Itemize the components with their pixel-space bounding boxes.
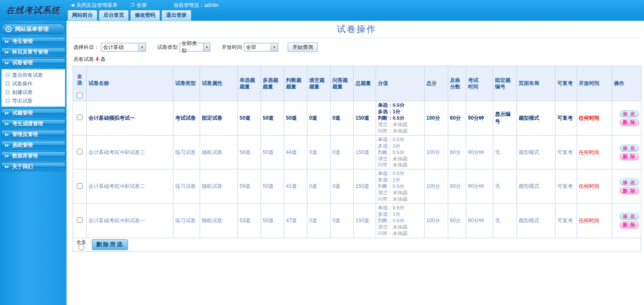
cell-pass-score: 60分 <box>448 101 466 136</box>
cell-blank-count: 0道 <box>307 169 331 204</box>
query-button[interactable]: 开始查询 <box>288 42 318 52</box>
th-open-time: 开放时间 <box>577 66 612 101</box>
cell-select <box>73 204 87 238</box>
row-checkbox[interactable] <box>77 217 82 223</box>
cell-page-layout: 题型模式 <box>517 101 556 136</box>
table-row: 会计基础考前冲刺试卷二 练习试卷 随机试卷 59道 50道 41道 0道 0道 … <box>73 169 641 204</box>
submenu-item-paper-operation[interactable]: 试卷操作 <box>2 79 65 88</box>
cell-page-layout: 题型模式 <box>517 135 556 169</box>
cell-multi-count: 50道 <box>261 169 284 204</box>
edit-button[interactable]: 修 改 <box>620 178 639 186</box>
delete-selected-button[interactable]: 删除所选 <box>92 239 128 250</box>
current-admin-label: 当前管理员：admin <box>173 2 219 9</box>
edit-button[interactable]: 修 改 <box>620 213 639 220</box>
cell-paper-type: 考试试卷 <box>173 101 200 136</box>
cell-single-count: 59道 <box>238 169 261 204</box>
menu-arrow-icon: ▮▶ <box>5 40 9 43</box>
cell-open-time: 任何时间 <box>577 204 612 238</box>
submenu-item-create-paper[interactable]: 创建试卷 <box>2 88 65 97</box>
top-menu-row: ◀ 关闭左边管理菜单 ❐ 全屏 当前管理员：admin <box>67 0 644 10</box>
tab-site-front[interactable]: 网站前台 <box>67 10 97 21</box>
subject-select[interactable]: 会计基础 ▼ <box>101 43 146 51</box>
row-checkbox[interactable] <box>77 183 82 189</box>
score-main: 单选：0.5分 多选：1分 判断：0.5分 <box>378 170 422 190</box>
count-value: 4 <box>96 56 99 62</box>
paper-type-select[interactable]: 全部类型 ▼ <box>179 43 210 51</box>
cell-judge-count: 50道 <box>284 101 307 136</box>
cell-total-score: 100分 <box>425 204 448 238</box>
th-fixed-number: 固定题 编号 <box>493 66 517 101</box>
th-judge-count: 判断题 题量 <box>284 66 307 101</box>
edit-button[interactable]: 修 改 <box>620 145 639 152</box>
cell-exam-time: 90分钟 <box>466 204 493 238</box>
document-icon <box>6 99 9 103</box>
sidebar-item-examinee-management[interactable]: ▮▶ 考生管理 <box>1 37 65 46</box>
sidebar-item-label: 试卷管理 <box>12 59 33 66</box>
th-operation: 操作 <box>612 66 641 101</box>
footer-select-all-checkbox[interactable] <box>79 245 84 250</box>
sidebar-item-database-management[interactable]: ▮▶ 数据库管理 <box>1 151 65 160</box>
submenu-item-export-paper[interactable]: 导出试卷 <box>2 97 65 105</box>
cell-total-score: 100分 <box>425 135 448 169</box>
tab-bar: 网站前台 后台首页 修改密码 退出登录 <box>67 10 644 21</box>
fullscreen-button[interactable]: ❐ 全屏 <box>131 2 147 9</box>
delete-button[interactable]: 删 除 <box>620 221 639 229</box>
submenu-item-show-all-papers[interactable]: 显示所有试卷 <box>2 71 65 79</box>
sidebar-item-subject-chapter-management[interactable]: ▮▶ 科目及章节管理 <box>1 48 65 57</box>
cell-exam-time: 90分钟 <box>466 135 493 169</box>
sidebar-item-label: 科目及章节管理 <box>12 48 48 56</box>
menu-arrow-icon: ▮▶ <box>5 144 9 147</box>
tab-admin-home[interactable]: 后台首页 <box>99 10 129 21</box>
sidebar: 网站菜单管理 ▮▶ 考生管理 ▮▶ 科目及章节管理 ▮▶ 试卷管理 显示所有试卷 <box>0 21 67 305</box>
sidebar-item-admin-management[interactable]: ▮▶ 管理员管理 <box>1 130 65 139</box>
row-checkbox[interactable] <box>77 149 82 154</box>
tab-change-password[interactable]: 修改密码 <box>130 10 160 21</box>
score-main: 单选：0.5分 多选：1分 判断：0.5分 <box>378 102 422 121</box>
sidebar-item-paper-management[interactable]: ▮▶ 试卷管理 <box>1 58 65 67</box>
score-muted: 填空：未抽题 问答：未抽题 <box>378 224 422 237</box>
cell-retake: 可复考 <box>556 204 577 238</box>
menu-arrow-icon: ▮▶ <box>5 154 9 157</box>
cell-retake: 可复考 <box>556 135 577 169</box>
sidebar-item-system-management[interactable]: ▮▶ 系统管理 <box>1 141 65 150</box>
cell-total-count: 150道 <box>354 135 376 169</box>
tab-logout[interactable]: 退出登录 <box>161 10 191 21</box>
cell-select <box>73 135 87 169</box>
th-multi-count: 多选题 题量 <box>261 66 284 101</box>
cell-judge-count: 47道 <box>284 204 307 238</box>
chevron-down-icon: ▼ <box>203 43 210 51</box>
submenu-item-label: 显示所有试卷 <box>12 72 43 79</box>
cell-exam-time: 90分钟 <box>466 101 493 136</box>
select-all-checkbox[interactable] <box>77 93 82 98</box>
delete-button[interactable]: 删 除 <box>620 187 639 194</box>
sidebar-item-question-management[interactable]: ▮▶ 试题管理 <box>1 109 65 118</box>
cell-paper-name: 会计基础考前冲刺试卷一 <box>87 204 173 238</box>
cell-open-time: 任何时间 <box>577 135 612 169</box>
th-exam-time: 考试 时间 <box>466 66 493 101</box>
open-time-select[interactable]: 全部 ▼ <box>244 43 278 51</box>
cell-qa-count: 0道 <box>331 135 354 169</box>
close-left-menu-button[interactable]: ◀ 关闭左边管理菜单 <box>71 2 118 9</box>
subject-label: 选择科目： <box>73 44 99 51</box>
subject-select-value: 会计基础 <box>103 44 124 51</box>
delete-button[interactable]: 删 除 <box>620 119 639 126</box>
sidebar-item-score-management[interactable]: ▮▶ 考生成绩管理 <box>1 119 65 128</box>
cell-operations: 修 改 删 除 <box>612 135 641 169</box>
paper-type-label: 试卷类型 <box>157 44 178 51</box>
cell-paper-attr: 随机试卷 <box>200 169 238 204</box>
document-icon <box>6 73 9 77</box>
cell-paper-attr: 随机试卷 <box>200 204 238 238</box>
cell-score-detail: 单选：0.5分 多选：1分 判断：0.5分 填空：未抽题 问答：未抽题 <box>376 101 425 136</box>
sidebar-item-about-us[interactable]: ▮▶ 关于我们 <box>1 162 65 171</box>
edit-button[interactable]: 修 改 <box>620 110 639 118</box>
cell-paper-attr: 随机试卷 <box>200 135 238 169</box>
row-checkbox[interactable] <box>77 115 82 120</box>
cell-fixed-number: 无 <box>493 204 517 238</box>
sidebar-item-label: 考生管理 <box>12 38 33 45</box>
delete-button[interactable]: 删 除 <box>620 153 639 160</box>
th-paper-attr: 试卷属性 <box>200 66 238 101</box>
cell-pass-score: 60分 <box>448 204 466 238</box>
cell-open-time: 任何时间 <box>577 169 612 204</box>
cell-judge-count: 41道 <box>284 169 307 204</box>
score-muted: 填空：未抽题 问答：未抽题 <box>378 190 422 202</box>
